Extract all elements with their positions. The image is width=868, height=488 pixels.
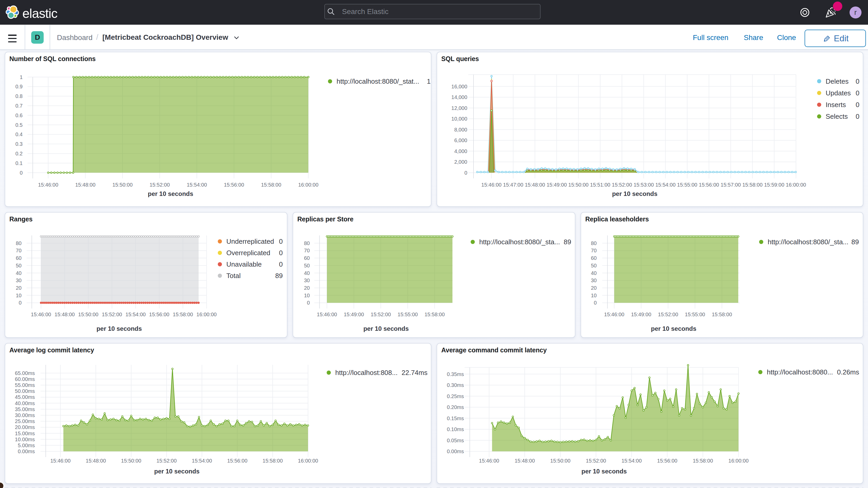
svg-text:0: 0 — [856, 101, 860, 109]
svg-text:0: 0 — [279, 249, 283, 257]
svg-text:15:58:00: 15:58:00 — [173, 311, 193, 317]
svg-text:per 10 seconds: per 10 seconds — [651, 325, 696, 332]
svg-text:15:49:00: 15:49:00 — [631, 311, 651, 317]
svg-text:0: 0 — [19, 300, 22, 306]
svg-text:8,000: 8,000 — [454, 127, 467, 132]
svg-text:15:52:00: 15:52:00 — [156, 458, 177, 464]
svg-text:http://localhost:808...: http://localhost:808... — [335, 369, 398, 376]
svg-text:15:58:00: 15:58:00 — [693, 458, 713, 464]
svg-text:40.00ms: 40.00ms — [15, 400, 35, 406]
svg-text:15:59:00: 15:59:00 — [764, 182, 784, 188]
svg-text:15:50:00: 15:50:00 — [78, 311, 98, 317]
svg-text:89: 89 — [564, 238, 571, 246]
svg-text:per 10 seconds: per 10 seconds — [148, 190, 193, 197]
svg-text:50: 50 — [304, 263, 310, 268]
svg-text:15:50:00: 15:50:00 — [121, 458, 142, 464]
svg-text:0: 0 — [856, 78, 860, 85]
svg-text:60: 60 — [16, 255, 22, 261]
svg-text:15:56:00: 15:56:00 — [657, 458, 678, 464]
svg-text:35.00ms: 35.00ms — [15, 406, 35, 412]
svg-text:0.30ms: 0.30ms — [447, 382, 464, 388]
svg-text:15:58:00: 15:58:00 — [712, 311, 732, 317]
svg-text:Overreplicated: Overreplicated — [226, 249, 270, 257]
svg-text:40: 40 — [304, 270, 310, 276]
svg-text:Inserts: Inserts — [826, 101, 846, 109]
svg-text:15:54:00: 15:54:00 — [192, 458, 212, 464]
svg-text:15:51:00: 15:51:00 — [590, 182, 611, 188]
svg-text:50.00ms: 50.00ms — [15, 388, 35, 394]
svg-text:Updates: Updates — [826, 89, 851, 97]
svg-text:30: 30 — [591, 277, 597, 283]
svg-text:per 10 seconds: per 10 seconds — [581, 468, 627, 475]
svg-text:60: 60 — [591, 255, 597, 261]
svg-text:15:54:00: 15:54:00 — [655, 182, 676, 188]
svg-text:15:50:00: 15:50:00 — [568, 182, 589, 188]
svg-text:16:00:00: 16:00:00 — [196, 311, 217, 317]
svg-text:0.15ms: 0.15ms — [447, 416, 464, 421]
svg-text:0: 0 — [856, 89, 860, 97]
svg-text:15:56:00: 15:56:00 — [699, 182, 719, 188]
svg-text:10,000: 10,000 — [452, 116, 467, 122]
svg-text:15:56:00: 15:56:00 — [227, 458, 247, 464]
svg-text:0.26ms: 0.26ms — [837, 368, 859, 376]
svg-text:0.2: 0.2 — [16, 151, 23, 156]
svg-text:15:55:00: 15:55:00 — [685, 311, 705, 317]
svg-text:0.00ms: 0.00ms — [447, 449, 464, 454]
svg-text:15:46:00: 15:46:00 — [479, 458, 499, 464]
svg-text:10.00ms: 10.00ms — [15, 436, 35, 442]
svg-text:Selects: Selects — [826, 113, 848, 120]
svg-text:per 10 seconds: per 10 seconds — [154, 468, 199, 475]
svg-text:0.4: 0.4 — [16, 131, 23, 137]
svg-text:per 10 seconds: per 10 seconds — [612, 190, 657, 197]
svg-text:30: 30 — [16, 277, 22, 283]
svg-text:80: 80 — [16, 240, 22, 246]
svg-text:15:52:00: 15:52:00 — [612, 182, 632, 188]
svg-text:0: 0 — [464, 170, 467, 176]
svg-text:25.00ms: 25.00ms — [15, 418, 35, 424]
svg-text:0.7: 0.7 — [16, 103, 23, 109]
svg-text:15:49:00: 15:49:00 — [344, 311, 364, 317]
svg-text:15:56:00: 15:56:00 — [149, 311, 169, 317]
svg-text:Unavailable: Unavailable — [226, 261, 262, 268]
svg-text:http://localhost:8080...: http://localhost:8080... — [767, 368, 833, 376]
svg-text:0.25ms: 0.25ms — [447, 393, 464, 399]
svg-text:60.00ms: 60.00ms — [15, 376, 35, 382]
svg-text:20.00ms: 20.00ms — [15, 424, 35, 430]
svg-text:70: 70 — [16, 248, 22, 253]
svg-text:15:55:00: 15:55:00 — [677, 182, 697, 188]
svg-text:22.74ms: 22.74ms — [402, 369, 428, 376]
svg-text:per 10 seconds: per 10 seconds — [363, 325, 409, 332]
svg-text:http://localhost:8080/_sta...: http://localhost:8080/_sta... — [768, 238, 848, 246]
svg-text:15:50:00: 15:50:00 — [550, 458, 570, 464]
svg-text:15:58:00: 15:58:00 — [262, 458, 283, 464]
svg-text:5.00ms: 5.00ms — [18, 443, 35, 448]
svg-text:80: 80 — [304, 240, 310, 246]
svg-text:70: 70 — [304, 248, 310, 253]
svg-text:6,000: 6,000 — [454, 138, 467, 143]
svg-text:20: 20 — [304, 285, 310, 291]
svg-text:15:48:00: 15:48:00 — [525, 182, 545, 188]
svg-text:15:54:00: 15:54:00 — [126, 311, 146, 317]
svg-text:http://localhost:8080/_sta...: http://localhost:8080/_sta... — [479, 238, 560, 246]
svg-text:14,000: 14,000 — [452, 94, 467, 100]
svg-text:65.00ms: 65.00ms — [15, 370, 35, 376]
svg-text:15:48:00: 15:48:00 — [86, 458, 106, 464]
svg-text:15:46:00: 15:46:00 — [51, 458, 71, 464]
svg-text:15:46:00: 15:46:00 — [604, 311, 624, 317]
svg-text:0: 0 — [279, 261, 283, 268]
svg-text:15:52:00: 15:52:00 — [371, 311, 391, 317]
svg-text:50: 50 — [591, 263, 597, 268]
svg-text:0.05ms: 0.05ms — [447, 437, 464, 443]
svg-text:0.9: 0.9 — [16, 84, 23, 89]
svg-text:30: 30 — [304, 277, 310, 283]
svg-text:20: 20 — [16, 285, 22, 291]
svg-text:2,000: 2,000 — [454, 159, 467, 165]
svg-text:15:58:00: 15:58:00 — [742, 182, 763, 188]
svg-text:0.5: 0.5 — [16, 122, 23, 128]
svg-text:Underreplicated: Underreplicated — [226, 238, 274, 245]
svg-text:45.00ms: 45.00ms — [15, 394, 35, 400]
svg-text:10: 10 — [591, 293, 597, 298]
svg-text:16:00:00: 16:00:00 — [786, 182, 806, 188]
svg-text:12,000: 12,000 — [452, 105, 467, 111]
svg-text:0: 0 — [20, 170, 23, 176]
